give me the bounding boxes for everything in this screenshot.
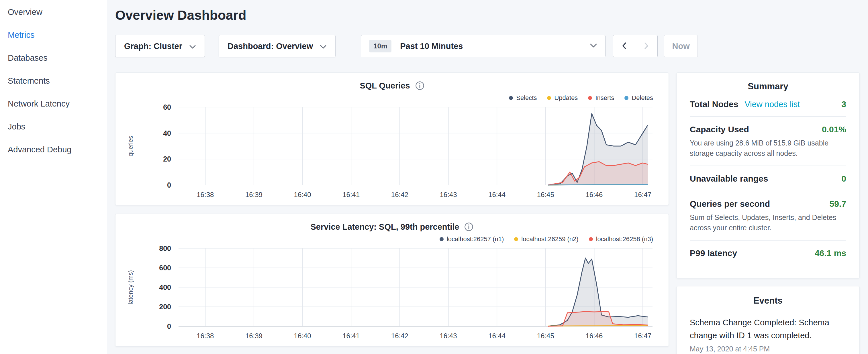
legend-dot <box>624 96 628 100</box>
graph-dropdown[interactable]: Graph: Cluster <box>115 35 205 57</box>
sidebar-item-advanced-debug[interactable]: Advanced Debug <box>0 138 107 161</box>
svg-text:0: 0 <box>167 322 171 330</box>
time-range-dropdown[interactable]: 10m Past 10 Minutes <box>361 35 606 57</box>
summary-value: 46.1 ms <box>815 248 846 258</box>
svg-text:200: 200 <box>159 303 171 311</box>
time-pager <box>613 35 658 57</box>
legend-label: Deletes <box>631 94 653 102</box>
svg-text:60: 60 <box>163 104 171 111</box>
graph-dropdown-label: Graph: Cluster <box>124 41 182 51</box>
page-title: Overview Dashboard <box>115 7 860 23</box>
summary-description: Sum of Selects, Updates, Inserts, and De… <box>690 212 846 233</box>
legend-item[interactable]: localhost:26257 (n1) <box>440 235 504 243</box>
sidebar: Overview Metrics Databases Statements Ne… <box>0 0 107 354</box>
info-icon[interactable] <box>464 222 473 231</box>
charts-column: SQL Queries SelectsUpdatesInsertsDeletes… <box>115 72 669 354</box>
chart-title: Service Latency: SQL, 99th percentile <box>311 222 459 232</box>
chevron-down-icon <box>320 41 327 51</box>
toolbar: Graph: Cluster Dashboard: Overview 10m P… <box>115 35 860 57</box>
chart-title: SQL Queries <box>360 81 410 91</box>
now-button[interactable]: Now <box>664 35 698 57</box>
svg-text:16:41: 16:41 <box>342 191 360 198</box>
service-latency-chart-card: Service Latency: SQL, 99th percentile lo… <box>115 214 669 347</box>
event-text: Schema Change Completed: Schema change w… <box>690 316 846 342</box>
summary-card: Summary Total Nodes View nodes list 3 Ca… <box>676 72 860 279</box>
svg-text:400: 400 <box>159 283 171 291</box>
chevron-right-icon <box>644 42 649 51</box>
legend-item[interactable]: Deletes <box>624 94 653 102</box>
summary-row-p99-latency: P99 latency 46.1 ms <box>690 240 846 265</box>
sidebar-item-network-latency[interactable]: Network Latency <box>0 92 107 115</box>
svg-text:40: 40 <box>163 129 171 137</box>
svg-text:16:38: 16:38 <box>196 332 214 340</box>
svg-text:16:39: 16:39 <box>245 332 262 340</box>
event-timestamp: May 13, 2020 at 4:45 PM <box>690 345 846 353</box>
summary-row-queries-per-second: Queries per second 59.7 Sum of Selects, … <box>690 191 846 240</box>
svg-text:20: 20 <box>163 155 171 163</box>
sidebar-item-overview[interactable]: Overview <box>0 1 107 24</box>
legend-label: localhost:26259 (n2) <box>521 235 578 243</box>
sidebar-item-databases[interactable]: Databases <box>0 46 107 69</box>
svg-text:800: 800 <box>159 246 171 252</box>
svg-text:16:44: 16:44 <box>488 332 505 340</box>
chevron-down-icon <box>189 41 196 51</box>
legend-dot <box>589 237 593 241</box>
events-title: Events <box>690 296 846 306</box>
info-icon[interactable] <box>415 81 425 90</box>
sidebar-item-jobs[interactable]: Jobs <box>0 115 107 138</box>
legend-label: Inserts <box>595 94 614 102</box>
svg-text:16:40: 16:40 <box>294 332 311 340</box>
dashboard-dropdown[interactable]: Dashboard: Overview <box>219 35 336 57</box>
legend-label: Updates <box>554 94 578 102</box>
svg-text:16:42: 16:42 <box>391 332 408 340</box>
legend-item[interactable]: localhost:26259 (n2) <box>514 235 578 243</box>
chart-plot[interactable]: 020406016:3816:3916:4016:4116:4216:4316:… <box>121 104 663 199</box>
summary-value: 0 <box>841 174 846 184</box>
summary-value: 3 <box>841 99 846 109</box>
summary-value: 59.7 <box>830 199 846 209</box>
svg-text:16:42: 16:42 <box>391 191 408 198</box>
legend-item[interactable]: Inserts <box>588 94 614 102</box>
time-range-badge: 10m <box>369 40 392 53</box>
chart-legend: SelectsUpdatesInsertsDeletes <box>121 93 663 102</box>
summary-row-capacity-used: Capacity Used 0.01% You are using 28.6 M… <box>690 117 846 165</box>
legend-item[interactable]: localhost:26258 (n3) <box>589 235 653 243</box>
svg-text:0: 0 <box>167 181 171 189</box>
view-nodes-link[interactable]: View nodes list <box>744 100 800 109</box>
sql-queries-chart-card: SQL Queries SelectsUpdatesInsertsDeletes… <box>115 72 669 205</box>
summary-description: You are using 28.6 MiB of 515.9 GiB usab… <box>690 138 846 158</box>
right-column: Summary Total Nodes View nodes list 3 Ca… <box>676 72 860 354</box>
sidebar-item-statements[interactable]: Statements <box>0 69 107 92</box>
svg-text:16:47: 16:47 <box>634 332 651 340</box>
svg-text:16:39: 16:39 <box>245 191 262 198</box>
svg-text:16:43: 16:43 <box>440 191 457 198</box>
svg-text:queries: queries <box>127 136 134 156</box>
dashboard-dropdown-label: Dashboard: Overview <box>227 41 313 51</box>
legend-item[interactable]: Updates <box>547 94 578 102</box>
time-next-button[interactable] <box>635 35 658 57</box>
svg-text:16:41: 16:41 <box>342 332 360 340</box>
svg-text:16:47: 16:47 <box>634 191 651 198</box>
summary-label: P99 latency <box>690 248 737 258</box>
summary-label: Unavailable ranges <box>690 174 768 184</box>
legend-label: localhost:26258 (n3) <box>596 235 653 243</box>
svg-text:600: 600 <box>159 264 171 272</box>
chevron-down-icon <box>590 43 597 49</box>
legend-dot <box>440 237 443 241</box>
svg-text:16:38: 16:38 <box>196 191 214 198</box>
summary-row-unavailable-ranges: Unavailable ranges 0 <box>690 166 846 191</box>
legend-dot <box>509 96 513 100</box>
event-item[interactable]: Schema Change Completed: Schema change w… <box>690 316 846 353</box>
summary-label: Total Nodes <box>690 99 738 109</box>
time-range-label: Past 10 Minutes <box>400 41 463 51</box>
chart-plot[interactable]: 020040060080016:3816:3916:4016:4116:4216… <box>121 246 663 341</box>
time-prev-button[interactable] <box>613 35 635 57</box>
chevron-left-icon <box>622 42 626 51</box>
legend-label: Selects <box>516 94 537 102</box>
summary-title: Summary <box>690 81 846 92</box>
summary-label: Capacity Used <box>690 125 749 134</box>
sidebar-item-metrics[interactable]: Metrics <box>0 24 107 46</box>
svg-text:16:45: 16:45 <box>537 332 554 340</box>
legend-item[interactable]: Selects <box>509 94 537 102</box>
summary-row-total-nodes: Total Nodes View nodes list 3 <box>690 92 846 116</box>
